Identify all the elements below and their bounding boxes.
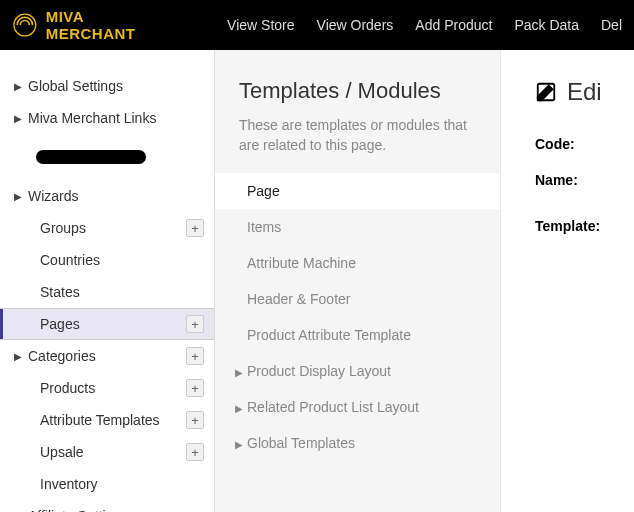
module-list: ▶Page ▶Items ▶Attribute Machine ▶Header … bbox=[215, 173, 500, 461]
sidebar-item-states[interactable]: ▶ States bbox=[0, 276, 214, 308]
module-label: Header & Footer bbox=[247, 291, 351, 307]
module-item-product-display-layout[interactable]: ▶Product Display Layout bbox=[215, 353, 500, 389]
brand-name: MIVA MERCHANT bbox=[46, 8, 167, 42]
module-item-attribute-machine[interactable]: ▶Attribute Machine bbox=[215, 245, 500, 281]
module-label: Global Templates bbox=[247, 435, 355, 451]
sidebar-item-upsale[interactable]: ▶ Upsale + bbox=[0, 436, 214, 468]
sidebar-label: Pages bbox=[40, 316, 186, 332]
sidebar-item-inventory[interactable]: ▶ Inventory bbox=[0, 468, 214, 500]
sidebar-label: Products bbox=[40, 380, 186, 396]
sidebar-label: Groups bbox=[40, 220, 186, 236]
field-label: Code: bbox=[535, 136, 575, 152]
nav-add-product[interactable]: Add Product bbox=[415, 17, 492, 33]
module-label: Product Attribute Template bbox=[247, 327, 411, 343]
sidebar-label: Global Settings bbox=[28, 78, 204, 94]
main-area: ▶ Global Settings ▶ Miva Merchant Links … bbox=[0, 50, 634, 512]
caret-right-icon: ▶ bbox=[235, 403, 247, 414]
field-template: Template: bbox=[535, 218, 634, 234]
add-product-button[interactable]: + bbox=[186, 379, 204, 397]
nav-pack-data[interactable]: Pack Data bbox=[514, 17, 579, 33]
add-attribute-template-button[interactable]: + bbox=[186, 411, 204, 429]
sidebar-label: Affiliate Settings bbox=[28, 508, 204, 512]
module-item-global-templates[interactable]: ▶Global Templates bbox=[215, 425, 500, 461]
sidebar-item-global-settings[interactable]: ▶ Global Settings bbox=[0, 70, 214, 102]
miva-logo-icon bbox=[12, 11, 38, 39]
sidebar-label: Upsale bbox=[40, 444, 186, 460]
sidebar-item-attribute-templates[interactable]: ▶ Attribute Templates + bbox=[0, 404, 214, 436]
module-label: Attribute Machine bbox=[247, 255, 356, 271]
module-item-related-product-list-layout[interactable]: ▶Related Product List Layout bbox=[215, 389, 500, 425]
field-label: Template: bbox=[535, 218, 600, 234]
module-label: Product Display Layout bbox=[247, 363, 391, 379]
sidebar-label: Wizards bbox=[28, 188, 204, 204]
panel-subtitle: These are templates or modules that are … bbox=[239, 116, 476, 155]
caret-right-icon: ▶ bbox=[235, 367, 247, 378]
topbar: MIVA MERCHANT View Store View Orders Add… bbox=[0, 0, 634, 50]
nav-view-store[interactable]: View Store bbox=[227, 17, 294, 33]
module-item-header-footer[interactable]: ▶Header & Footer bbox=[215, 281, 500, 317]
sidebar-item-groups[interactable]: ▶ Groups + bbox=[0, 212, 214, 244]
edit-title: Edi bbox=[535, 78, 634, 106]
sidebar-item-pages[interactable]: ▶ Pages + bbox=[0, 308, 214, 340]
caret-right-icon: ▶ bbox=[14, 351, 22, 362]
add-upsale-button[interactable]: + bbox=[186, 443, 204, 461]
add-category-button[interactable]: + bbox=[186, 347, 204, 365]
caret-right-icon: ▶ bbox=[14, 191, 22, 202]
caret-right-icon: ▶ bbox=[14, 81, 22, 92]
brand-logo[interactable]: MIVA MERCHANT bbox=[12, 8, 167, 42]
field-code: Code: bbox=[535, 136, 634, 152]
module-item-page[interactable]: ▶Page bbox=[215, 173, 500, 209]
panel-title: Templates / Modules bbox=[239, 78, 476, 104]
add-group-button[interactable]: + bbox=[186, 219, 204, 237]
caret-right-icon: ▶ bbox=[14, 113, 22, 124]
sidebar-item-wizards[interactable]: ▶ Wizards bbox=[0, 180, 214, 212]
sidebar-label: Categories bbox=[28, 348, 186, 364]
top-nav: View Store View Orders Add Product Pack … bbox=[227, 17, 622, 33]
module-item-product-attribute-template[interactable]: ▶Product Attribute Template bbox=[215, 317, 500, 353]
edit-title-text: Edi bbox=[567, 78, 602, 106]
module-item-items[interactable]: ▶Items bbox=[215, 209, 500, 245]
sidebar-item-miva-links[interactable]: ▶ Miva Merchant Links bbox=[0, 102, 214, 134]
edit-panel: Edi Code: Name: Template: bbox=[501, 50, 634, 512]
field-label: Name: bbox=[535, 172, 578, 188]
sidebar-label: States bbox=[40, 284, 204, 300]
sidebar-label: Inventory bbox=[40, 476, 204, 492]
sidebar-label: Attribute Templates bbox=[40, 412, 186, 428]
module-label: Items bbox=[247, 219, 281, 235]
edit-icon bbox=[535, 81, 557, 103]
templates-modules-panel: Templates / Modules These are templates … bbox=[215, 50, 501, 512]
sidebar-item-categories[interactable]: ▶ Categories + bbox=[0, 340, 214, 372]
sidebar-label: Countries bbox=[40, 252, 204, 268]
caret-right-icon: ▶ bbox=[235, 439, 247, 450]
sidebar-item-affiliate-settings[interactable]: ▶ Affiliate Settings bbox=[0, 500, 214, 512]
nav-view-orders[interactable]: View Orders bbox=[317, 17, 394, 33]
add-page-button[interactable]: + bbox=[186, 315, 204, 333]
module-label: Related Product List Layout bbox=[247, 399, 419, 415]
nav-delete[interactable]: Del bbox=[601, 17, 622, 33]
sidebar-item-products[interactable]: ▶ Products + bbox=[0, 372, 214, 404]
sidebar: ▶ Global Settings ▶ Miva Merchant Links … bbox=[0, 50, 215, 512]
redacted-item bbox=[36, 150, 146, 164]
sidebar-label: Miva Merchant Links bbox=[28, 110, 204, 126]
module-label: Page bbox=[247, 183, 280, 199]
sidebar-item-countries[interactable]: ▶ Countries bbox=[0, 244, 214, 276]
field-name: Name: bbox=[535, 172, 634, 188]
